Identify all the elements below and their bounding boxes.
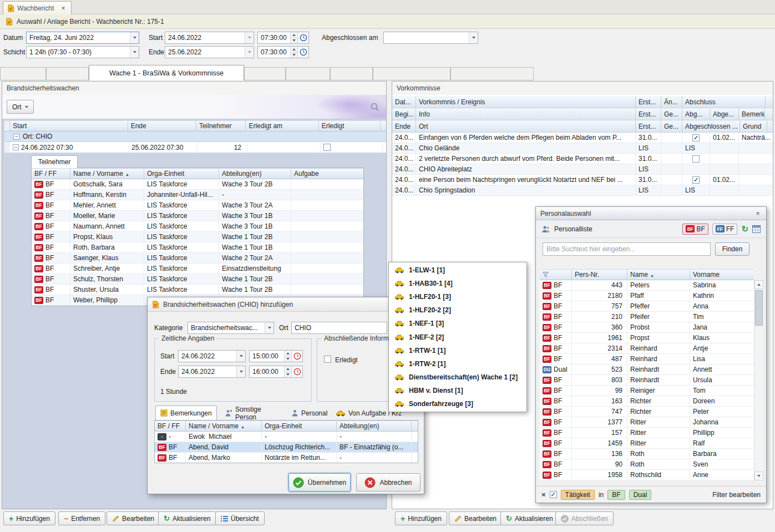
- personal-row[interactable]: BFBF90RothSven: [540, 459, 754, 470]
- time-spinner[interactable]: [284, 351, 291, 362]
- dialog-titlebar[interactable]: Brandsicherheitswachen (CHIO) hinzufügen: [148, 297, 424, 312]
- kategorie-combobox[interactable]: Brandsicherheitswac...: [188, 322, 274, 334]
- teilnehmer-row[interactable]: BFBFGottschalk, SaraLIS TaskforceWache 3…: [32, 179, 363, 190]
- chevron-down-icon[interactable]: [469, 32, 478, 43]
- chevron-down-icon[interactable]: [265, 322, 273, 333]
- window-titlebar[interactable]: Personalauswahl: [536, 207, 766, 220]
- teilnehmer-row[interactable]: BFBFSaenger, KlausLIS TaskforceWache 2 T…: [32, 253, 363, 264]
- scroll-down-icon[interactable]: [754, 472, 763, 480]
- personal-row[interactable]: BFBF163RichterDoreen: [540, 396, 754, 407]
- personal-row[interactable]: BFBF1958RothschildAnne: [540, 470, 754, 480]
- vehicle-popup-item[interactable]: Dienstbereitschaft(en) Wache 1 [2]: [389, 371, 526, 384]
- teilnehmer-row[interactable]: BFBFHoffmann, KerstinJohanniter-Unfall-H…: [32, 190, 363, 200]
- col-erledigt-am[interactable]: Erledigt am: [246, 121, 318, 131]
- col-name-vorname[interactable]: Name / Vorname: [186, 421, 262, 431]
- personal-row[interactable]: BFBF747RichterPeter: [540, 407, 754, 417]
- teilnehmer-row[interactable]: BFBFSchreiber, AntjeLIS TaskforceEinsatz…: [32, 264, 363, 274]
- start-date-input[interactable]: 24.06.2022: [165, 32, 254, 44]
- time-spinner[interactable]: [284, 366, 291, 377]
- col-abgeschlossen[interactable]: Abgeschlossen ...: [682, 120, 740, 132]
- filter-value-bf-chip[interactable]: BF: [607, 490, 625, 500]
- search-icon[interactable]: [370, 102, 379, 112]
- col-bf-ff[interactable]: BF / FF: [32, 169, 70, 179]
- personal-row[interactable]: BFBF136RothBarbara: [540, 449, 754, 459]
- finden-button[interactable]: Finden: [715, 242, 749, 256]
- teilnehmer-row[interactable]: BFBFPropst, KlausLIS TaskforceWache 1 To…: [32, 232, 363, 242]
- vehicle-popup-item[interactable]: 1-RTW-1 [1]: [389, 344, 526, 357]
- col-bemerk[interactable]: Bemerk...: [739, 108, 765, 120]
- bearbeiten-button[interactable]: Bearbeiten: [107, 511, 160, 525]
- close-window-icon[interactable]: [754, 210, 762, 217]
- start-time-input[interactable]: 07:30:00: [257, 32, 309, 44]
- personal-row[interactable]: BFBF1377RitterJohanna: [540, 417, 754, 428]
- tab-teilnehmer[interactable]: Teilnehmer: [31, 155, 78, 168]
- col-vorkommnis[interactable]: Vorkommnis / Ereignis: [416, 96, 636, 108]
- col-start[interactable]: Start: [10, 121, 128, 131]
- col-abteilung[interactable]: Abteilung(en): [219, 169, 291, 179]
- scrollbar[interactable]: [754, 280, 763, 480]
- aktualisieren-button[interactable]: Aktualisieren: [158, 511, 216, 525]
- dlg-ende-date[interactable]: 24.06.2022: [178, 366, 246, 378]
- personal-row[interactable]: BFBF210PfeiferTim: [540, 312, 754, 322]
- hinzufuegen-button[interactable]: Hinzufügen: [3, 511, 55, 525]
- col-ende[interactable]: Ende: [392, 120, 416, 132]
- erledigt-checkbox[interactable]: [323, 144, 331, 151]
- chevron-down-icon[interactable]: [130, 47, 139, 58]
- bf-toggle-button[interactable]: BFBF: [682, 224, 708, 235]
- vehicle-popup-item[interactable]: 1-NEF-2 [2]: [389, 330, 526, 343]
- group-row-ort-chio[interactable]: Ort: CHIO: [4, 131, 386, 142]
- chevron-down-icon[interactable]: [236, 366, 245, 377]
- col-erst2[interactable]: Erst...: [636, 108, 661, 120]
- filter-field-chip[interactable]: Tätigkeit: [561, 490, 595, 500]
- col-ge[interactable]: Ge...: [661, 108, 682, 120]
- tab-empty-5[interactable]: [330, 67, 373, 80]
- vehicle-popup-item[interactable]: 1-RTW-2 [1]: [389, 357, 526, 371]
- col-ge2[interactable]: Ge...: [661, 120, 682, 132]
- tab-wachbericht[interactable]: Wachbericht: [3, 1, 72, 14]
- datum-combobox[interactable]: Freitag, 24. Juni 2022: [26, 32, 139, 44]
- chevron-down-icon[interactable]: [245, 32, 254, 43]
- personal-row[interactable]: BFBF1961PropstKlaus: [540, 333, 754, 343]
- vorkommnis-row[interactable]: 24.0...CHIO AbreiteplatzLIS: [392, 164, 773, 175]
- col-vorname[interactable]: Vorname: [690, 270, 754, 280]
- personal-row[interactable]: BFBF157RitterPhillipp: [540, 428, 754, 438]
- vehicle-popup-item[interactable]: 1-HAB30-1 [4]: [389, 277, 526, 290]
- col-erst[interactable]: Erst...: [636, 96, 661, 108]
- refresh-icon[interactable]: [741, 225, 748, 233]
- personal-row[interactable]: BFBF360ProbstJana: [540, 322, 754, 333]
- teilnehmer-row[interactable]: BFBFShuster, UrsulaLIS TaskforceWache 1 …: [32, 285, 363, 295]
- teilnehmer-row[interactable]: BFBFNaumann, AnnettLIS TaskforceWache 3 …: [32, 221, 363, 232]
- aktualisieren-button-right[interactable]: Aktualisieren: [500, 511, 559, 525]
- col-ende[interactable]: Ende: [128, 121, 196, 131]
- dialog-person-row[interactable]: --Ewok Michael--: [155, 432, 418, 442]
- filter-value-dual-chip[interactable]: Dual: [629, 490, 652, 500]
- clock-icon[interactable]: [291, 366, 302, 377]
- vehicle-popup-item[interactable]: 1-NEF-1 [3]: [389, 317, 526, 330]
- clear-filter-icon[interactable]: [541, 491, 546, 498]
- vorkommnis-row[interactable]: 24.0...eine Person beim Nachtspringen ve…: [392, 175, 773, 185]
- personal-row[interactable]: BFBF443PetersSabrina: [540, 280, 754, 291]
- personal-row[interactable]: BFBF2180PfaffKathrin: [540, 291, 754, 301]
- tab-bemerkungen[interactable]: Bemerkungen: [155, 406, 217, 420]
- col-orga-einheit[interactable]: Orga-Einheit: [262, 421, 337, 431]
- abgeschlossen-checkbox[interactable]: [692, 134, 700, 141]
- search-input[interactable]: [543, 242, 711, 256]
- col-abg[interactable]: Abg...: [682, 108, 710, 120]
- vorkommnis-row[interactable]: 24.0...Einfangen von 6 Pferden welche de…: [392, 133, 773, 143]
- col-name-vorname[interactable]: Name / Vorname: [70, 169, 144, 179]
- col-ort[interactable]: Ort: [416, 120, 636, 132]
- bearbeiten-button-right[interactable]: Bearbeiten: [449, 511, 502, 525]
- ff-toggle-button[interactable]: FFFF: [712, 224, 738, 235]
- vorkommnis-row[interactable]: 24.0...Chio GeländeLISLIS: [392, 143, 773, 154]
- personal-row[interactable]: DUDual523ReinhardtAnnett: [540, 364, 754, 375]
- col-aen[interactable]: Än...: [661, 96, 682, 108]
- ort-input[interactable]: CHIO: [291, 322, 387, 334]
- col-abge[interactable]: Abge...: [710, 108, 739, 120]
- col-erledigt[interactable]: Erledigt: [319, 121, 381, 131]
- chevron-down-icon[interactable]: [130, 32, 139, 43]
- dialog-person-row[interactable]: BFBFAbend, MarkoNotärzte im Rettun...-: [155, 453, 418, 463]
- chevron-down-icon[interactable]: [245, 47, 254, 58]
- clock-icon[interactable]: [297, 47, 308, 58]
- tab-empty-4[interactable]: [286, 67, 330, 80]
- personal-row[interactable]: BFBF803ReinhardtUrsula: [540, 375, 754, 386]
